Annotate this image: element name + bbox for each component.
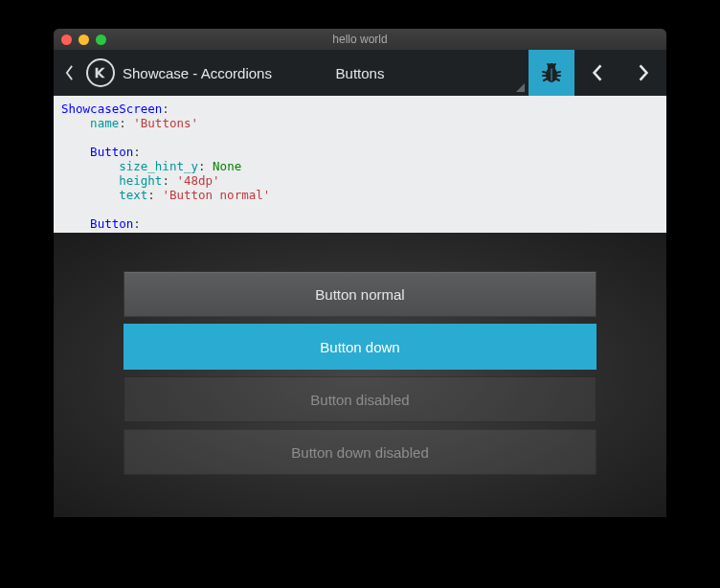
window-title: hello world <box>54 33 666 46</box>
button-label: Button normal <box>315 286 404 303</box>
code-keyword: Button <box>90 216 133 231</box>
code-string: 'Button normal' <box>162 188 270 202</box>
button-normal[interactable]: Button normal <box>124 271 596 317</box>
code-property: height <box>119 173 162 188</box>
button-down[interactable]: Button down <box>124 324 596 370</box>
chevron-left-icon <box>65 65 74 80</box>
demo-area: Button normal Button down Button disable… <box>54 233 666 517</box>
titlebar: hello world <box>54 29 666 50</box>
triangle-icon <box>516 83 525 92</box>
toolbar: Showcase - Accordions Buttons <box>54 50 666 96</box>
toolbar-left: Showcase - Accordions <box>54 50 272 96</box>
code-property: text <box>119 188 147 202</box>
code-property: size_hint_y <box>119 159 198 173</box>
button-down-disabled: Button down disabled <box>124 429 596 475</box>
svg-line-8 <box>555 79 559 80</box>
code-string: 'Buttons' <box>133 116 198 130</box>
debug-button[interactable] <box>529 50 574 96</box>
toolbar-title: Showcase - Accordions <box>123 65 272 81</box>
button-disabled: Button disabled <box>124 376 596 422</box>
kivy-icon <box>93 65 108 80</box>
prev-button[interactable] <box>574 50 620 96</box>
code-property: name <box>90 116 119 130</box>
chevron-left-icon <box>592 63 603 82</box>
button-label: Button down <box>320 339 399 355</box>
svg-line-5 <box>544 79 548 80</box>
svg-line-10 <box>553 64 555 66</box>
code-value: None <box>213 159 241 173</box>
chevron-right-icon <box>638 63 649 82</box>
code-keyword: ShowcaseScreen <box>61 102 162 116</box>
spinner-dropdown[interactable] <box>515 50 529 96</box>
source-code-pane[interactable]: ShowcaseScreen: name: 'Buttons' Button: … <box>54 96 666 233</box>
back-button[interactable] <box>59 50 79 96</box>
app-window: hello world Showcase - Accordions Button… <box>54 29 666 517</box>
button-label: Button down disabled <box>291 444 428 461</box>
svg-line-9 <box>548 64 550 66</box>
bug-icon <box>540 61 563 84</box>
svg-line-6 <box>556 72 560 73</box>
toolbar-right <box>515 50 666 96</box>
next-button[interactable] <box>620 50 666 96</box>
kivy-logo <box>86 58 115 87</box>
code-string: '48dp' <box>176 173 219 188</box>
button-label: Button disabled <box>310 392 409 408</box>
code-keyword: Button <box>90 145 133 159</box>
svg-line-3 <box>543 72 547 73</box>
